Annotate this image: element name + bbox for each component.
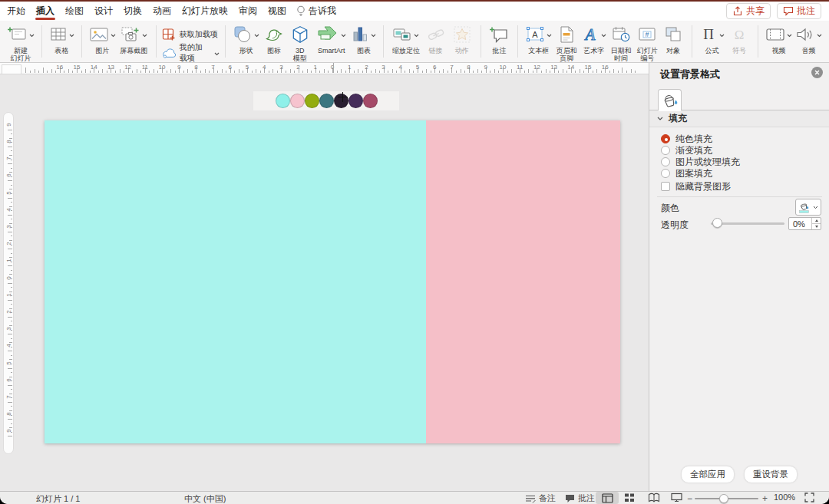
- slide-sorter-view-button[interactable]: [624, 492, 635, 502]
- menu-tab-幻灯片放映[interactable]: 幻灯片放映: [177, 2, 233, 21]
- menu-tab-审阅[interactable]: 审阅: [233, 2, 263, 21]
- ribbon-button-图标[interactable]: 图标: [263, 24, 286, 54]
- comments-button[interactable]: 批注: [777, 3, 821, 19]
- color-swatch-7[interactable]: [363, 94, 378, 108]
- menu-tab-动画[interactable]: 动画: [147, 2, 177, 21]
- ribbon-button-艺术字[interactable]: A艺术字: [581, 24, 606, 54]
- zoom-slider-knob[interactable]: [719, 494, 728, 503]
- ribbon-button-公式[interactable]: Π公式: [699, 24, 725, 54]
- panel-close-button[interactable]: [811, 67, 823, 78]
- language-indicator[interactable]: 中文 (中国): [184, 493, 226, 504]
- cube-3d-icon: [290, 25, 310, 44]
- ruler-number: 3: [279, 64, 282, 71]
- slide-canvas[interactable]: [45, 120, 620, 443]
- slide-background-right-half[interactable]: [426, 120, 620, 443]
- menu-tab-开始[interactable]: 开始: [2, 2, 31, 21]
- share-button[interactable]: 共享: [726, 3, 771, 19]
- ruler-tick: [341, 69, 342, 73]
- spinner-down[interactable]: [812, 224, 821, 229]
- fit-slide-button[interactable]: [804, 492, 814, 502]
- radio-button[interactable]: [661, 157, 670, 166]
- ribbon-button-页眉和页脚[interactable]: 页眉和页脚: [555, 24, 578, 62]
- color-picker-button[interactable]: [795, 199, 821, 216]
- ribbon-button-屏幕截图[interactable]: 屏幕截图: [119, 24, 149, 54]
- zoom-level[interactable]: 100%: [774, 492, 795, 502]
- menu-tab-视图[interactable]: 视图: [263, 2, 292, 21]
- apply-to-all-button[interactable]: 全部应用: [681, 466, 735, 483]
- color-swatch-2[interactable]: [290, 94, 305, 108]
- ribbon-button-批注[interactable]: 批注: [487, 24, 510, 54]
- fill-section-header[interactable]: 填充: [649, 110, 829, 127]
- normal-view-button[interactable]: [596, 492, 619, 504]
- fill-option-渐变填充[interactable]: 渐变填充: [661, 145, 712, 156]
- ribbon-button-视频[interactable]: 视频: [765, 24, 792, 54]
- fill-option-图案填充[interactable]: 图案填充: [661, 168, 712, 179]
- ribbon-button-表格[interactable]: 表格: [49, 24, 74, 54]
- ruler-tick: [371, 71, 372, 73]
- notes-label: 备注: [539, 492, 556, 504]
- hide-background-graphics-option[interactable]: 隐藏背景图形: [661, 181, 731, 192]
- ruler-tick: [124, 71, 124, 73]
- ribbon-button-缩放定位[interactable]: 缩放定位: [391, 24, 421, 54]
- ribbon-button-幻灯片编号[interactable]: #幻灯片编号: [636, 24, 659, 62]
- menu-tab-设计[interactable]: 设计: [89, 2, 118, 21]
- ribbon-button-新建幻灯片[interactable]: 新建幻灯片: [7, 24, 35, 62]
- menu-tab-插入[interactable]: 插入: [31, 2, 60, 21]
- hide-background-checkbox[interactable]: [661, 182, 670, 191]
- ribbon-button-文本框[interactable]: A文本框: [525, 24, 552, 54]
- ruler-number: 2: [365, 64, 368, 71]
- horizontal-ruler[interactable]: 1615141312111098765432101234567891011121…: [0, 63, 649, 74]
- zoom-out-button[interactable]: −: [687, 493, 692, 504]
- tell-me-tab[interactable]: 告诉我: [292, 5, 341, 18]
- chevron-down-icon: [371, 34, 376, 38]
- ribbon-button-音频[interactable]: 音频: [795, 24, 822, 54]
- radio-button[interactable]: [661, 169, 670, 178]
- color-swatch-4[interactable]: [319, 94, 334, 108]
- ruler-tick: [115, 71, 116, 73]
- ribbon-button-形状[interactable]: 形状: [233, 24, 259, 54]
- ruler-number: 14: [91, 64, 97, 71]
- chevron-down-icon: [817, 34, 822, 38]
- svg-text:Ω: Ω: [735, 28, 745, 42]
- zoom-in-button[interactable]: +: [762, 493, 768, 504]
- ribbon-button-对象[interactable]: 对象: [662, 24, 685, 54]
- menu-tab-绘图[interactable]: 绘图: [60, 2, 89, 21]
- ruler-tick: [47, 71, 48, 73]
- reset-background-button[interactable]: 重设背景: [744, 466, 798, 483]
- ribbon-button-SmartArt[interactable]: SmartArt: [315, 24, 348, 54]
- transparency-slider-knob[interactable]: [712, 218, 722, 228]
- ruler-tick: [269, 71, 269, 73]
- vertical-ruler[interactable]: 9876543210123456789: [3, 112, 14, 454]
- ribbon-button-图片[interactable]: 图片: [89, 24, 116, 54]
- ribbon-button-我的加载项[interactable]: 我的加载项: [162, 44, 220, 62]
- comments-toggle[interactable]: 批注: [565, 492, 595, 504]
- radio-button[interactable]: [661, 146, 670, 155]
- transparency-spinner[interactable]: 0%: [788, 217, 821, 230]
- slide-background-left-half[interactable]: [45, 120, 426, 443]
- notes-toggle[interactable]: 备注: [525, 492, 556, 504]
- spinner-up[interactable]: [812, 218, 821, 224]
- color-swatch-6[interactable]: [348, 94, 363, 108]
- ribbon-button-3D模型[interactable]: 3D模型: [289, 24, 312, 62]
- fill-option-纯色填充[interactable]: 纯色填充: [661, 133, 712, 144]
- spinner-steppers[interactable]: [811, 218, 821, 229]
- fill-tab[interactable]: [658, 89, 682, 110]
- slideshow-button[interactable]: [671, 492, 682, 502]
- fill-option-图片或纹理填充[interactable]: 图片或纹理填充: [661, 156, 740, 167]
- ruler-tick: [388, 71, 388, 73]
- ruler-number: 4: [263, 64, 266, 71]
- ruler-tick: [362, 71, 363, 73]
- radio-button[interactable]: [661, 134, 670, 143]
- reading-view-button[interactable]: [648, 492, 660, 502]
- ruler-number: 6: [5, 375, 12, 384]
- ribbon-button-图表[interactable]: 图表: [351, 24, 376, 54]
- color-swatch-3[interactable]: [305, 94, 319, 108]
- ribbon-button-label: 幻灯片编号: [637, 47, 658, 62]
- ribbon-button-获取加载项[interactable]: 获取加载项: [162, 25, 220, 44]
- ruler-number: 11: [517, 64, 523, 71]
- ribbon-button-label: 图标: [267, 47, 281, 54]
- color-swatch-1[interactable]: [276, 94, 290, 108]
- menu-tab-切换[interactable]: 切换: [118, 2, 147, 21]
- ribbon-button-日期和时间[interactable]: 日期和时间: [609, 24, 632, 62]
- comment-icon: [783, 6, 794, 16]
